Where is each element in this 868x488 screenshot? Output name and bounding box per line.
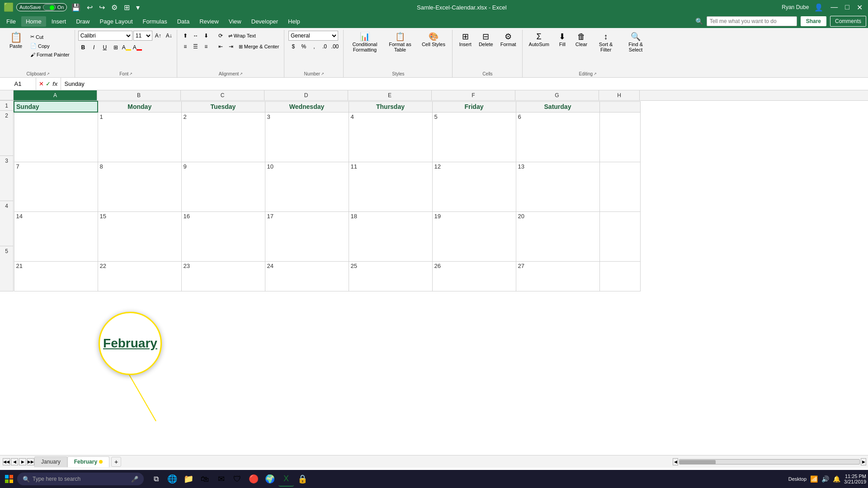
profile-icon[interactable]: 👤: [812, 3, 825, 12]
cell-c2[interactable]: 2: [181, 112, 265, 162]
cell-c5[interactable]: 23: [181, 261, 265, 291]
redo-button[interactable]: ↪: [97, 3, 107, 12]
ribbon-search-input[interactable]: [707, 16, 797, 26]
clear-button[interactable]: 🗑 Clear: [572, 31, 590, 49]
copy-button[interactable]: 📄 Copy: [28, 42, 72, 50]
increase-indent-button[interactable]: ⇥: [226, 42, 236, 52]
orientation-button[interactable]: ⟳: [216, 31, 226, 41]
app6[interactable]: 🔴: [246, 471, 261, 487]
col-header-h[interactable]: H: [599, 90, 640, 100]
cell-f3[interactable]: 12: [432, 162, 516, 211]
function-icon[interactable]: fx: [52, 80, 58, 87]
find-select-button[interactable]: 🔍 Find & Select: [621, 31, 650, 54]
col-header-e[interactable]: E: [348, 90, 432, 100]
scroll-next-sheet[interactable]: ▶: [19, 458, 26, 465]
menu-home[interactable]: Home: [21, 16, 46, 27]
col-header-g[interactable]: G: [515, 90, 599, 100]
share-button[interactable]: Share: [801, 16, 826, 26]
align-center-button[interactable]: ☰: [191, 42, 201, 52]
wrap-text-button[interactable]: ⇌ Wrap Text: [226, 31, 258, 41]
decrease-decimal-button[interactable]: .0: [320, 42, 330, 52]
cell-b5[interactable]: 22: [98, 261, 181, 291]
cell-e2[interactable]: 4: [349, 112, 432, 162]
menu-help[interactable]: Help: [283, 16, 305, 27]
cell-c1[interactable]: Tuesday: [181, 101, 265, 112]
alignment-expand-icon[interactable]: ↗: [240, 72, 243, 76]
save-button[interactable]: 💾: [70, 3, 82, 12]
insert-button[interactable]: ⊞ Insert: [456, 31, 475, 49]
scroll-left-button[interactable]: ◀: [673, 458, 678, 465]
number-format-select[interactable]: General: [288, 31, 338, 41]
comma-button[interactable]: ,: [309, 42, 319, 52]
bold-button[interactable]: B: [78, 42, 88, 52]
cell-a3[interactable]: 7: [14, 162, 98, 211]
autosum-button[interactable]: Σ AutoSum: [526, 31, 552, 49]
font-name-select[interactable]: Calibri: [78, 31, 132, 41]
align-right-button[interactable]: ≡: [201, 42, 211, 52]
increase-font-button[interactable]: A↑: [153, 31, 163, 41]
cell-h1[interactable]: [599, 101, 640, 112]
fill-button[interactable]: ⬇ Fill: [553, 31, 571, 49]
decrease-font-button[interactable]: A↓: [164, 31, 174, 41]
horizontal-scrollbar-track[interactable]: [679, 459, 860, 465]
menu-data[interactable]: Data: [173, 16, 194, 27]
cell-a2[interactable]: [14, 112, 98, 162]
row-num-4[interactable]: 4: [0, 201, 13, 246]
sheet-tab-january[interactable]: January: [34, 456, 67, 467]
cell-h3[interactable]: [599, 162, 640, 211]
menu-view[interactable]: View: [224, 16, 246, 27]
volume-icon[interactable]: 🔊: [821, 475, 829, 483]
row-num-1[interactable]: 1: [0, 101, 13, 111]
number-expand-icon[interactable]: ↗: [321, 72, 324, 76]
cell-b4[interactable]: 15: [98, 211, 181, 261]
store-app[interactable]: 🛍: [197, 471, 212, 487]
taskbar-search-box[interactable]: 🔍 Type here to search 🎤: [17, 473, 144, 485]
increase-decimal-button[interactable]: .00: [330, 42, 340, 52]
excel-app[interactable]: X: [278, 471, 294, 487]
scroll-right-button[interactable]: ▶: [861, 458, 866, 465]
align-top-button[interactable]: ⬆: [180, 31, 190, 41]
font-expand-icon[interactable]: ↗: [129, 72, 132, 76]
clipboard-expand-icon[interactable]: ↗: [47, 72, 50, 76]
scroll-prev-sheet[interactable]: ◀: [11, 458, 18, 465]
merge-center-button[interactable]: ⊞ Merge & Center: [236, 42, 282, 52]
cell-e1[interactable]: Thursday: [349, 101, 432, 112]
underline-button[interactable]: U: [100, 42, 110, 52]
microphone-icon[interactable]: 🎤: [131, 476, 138, 483]
cell-h4[interactable]: [599, 211, 640, 261]
cell-g3[interactable]: 13: [516, 162, 599, 211]
cell-c3[interactable]: 9: [181, 162, 265, 211]
maximize-button[interactable]: □: [843, 3, 851, 11]
paste-button[interactable]: 📋 Paste: [5, 31, 27, 51]
cell-d4[interactable]: 17: [265, 211, 349, 261]
search-icon[interactable]: 🔍: [695, 18, 703, 25]
cell-d2[interactable]: 3: [265, 112, 349, 162]
confirm-formula-icon[interactable]: ✓: [46, 80, 51, 87]
cell-b3[interactable]: 8: [98, 162, 181, 211]
cell-f5[interactable]: 26: [432, 261, 516, 291]
cell-g1[interactable]: Saturday: [516, 101, 599, 112]
col-header-a[interactable]: A: [14, 90, 97, 100]
cell-reference-input[interactable]: A1: [0, 78, 36, 90]
undo-button[interactable]: ↩: [85, 3, 94, 12]
percent-button[interactable]: %: [299, 42, 309, 52]
cell-f1[interactable]: Friday: [432, 101, 516, 112]
format-button[interactable]: ⚙ Format: [497, 31, 519, 49]
cell-f4[interactable]: 19: [432, 211, 516, 261]
chrome-app[interactable]: 🌍: [262, 471, 278, 487]
fill-color-button[interactable]: A: [122, 42, 132, 52]
cell-d3[interactable]: 10: [265, 162, 349, 211]
format-painter-button[interactable]: 🖌 Format Painter: [28, 51, 72, 59]
cell-d5[interactable]: 24: [265, 261, 349, 291]
antivirus-app[interactable]: 🛡: [230, 471, 245, 487]
more-commands-button[interactable]: ▾: [134, 3, 142, 12]
cell-c4[interactable]: 16: [181, 211, 265, 261]
menu-insert[interactable]: Insert: [47, 16, 71, 27]
menu-file[interactable]: File: [2, 16, 20, 27]
format-as-table-button[interactable]: 📋 Format as Table: [383, 31, 417, 54]
menu-formulas[interactable]: Formulas: [138, 16, 172, 27]
italic-button[interactable]: I: [89, 42, 99, 52]
row-num-5[interactable]: 5: [0, 246, 13, 291]
formula-input[interactable]: Sunday: [61, 78, 868, 90]
customize-button[interactable]: ⊞: [122, 3, 132, 12]
